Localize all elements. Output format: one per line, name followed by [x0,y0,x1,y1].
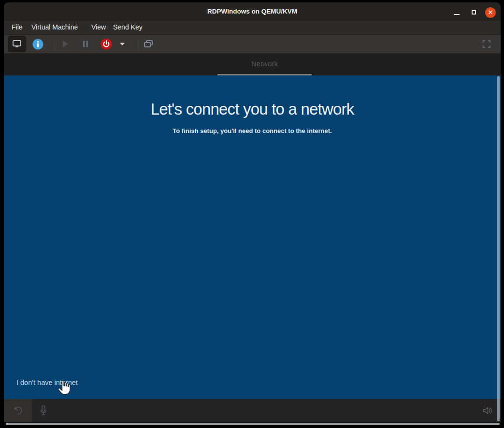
displays-button [139,36,158,52]
console-bottom-gutter [4,422,501,426]
run-button [56,36,74,52]
maximize-icon [472,10,476,15]
menubar: File Virtual Machine View Send Key [4,20,501,35]
ease-of-access-icon [13,406,23,415]
window-title: RDPWindows on QEMU/KVM [4,2,501,20]
fullscreen-icon [482,40,491,48]
volume-button[interactable] [477,399,498,422]
hand-cursor [58,380,71,395]
play-icon [61,40,70,48]
info-icon [32,39,43,50]
microphone-icon [40,405,47,416]
ease-of-access-button[interactable] [4,399,32,422]
power-off-icon [101,38,112,50]
vertical-scrollbar[interactable] [497,76,500,421]
minimize-icon [454,14,460,15]
menu-file[interactable]: File [12,20,23,35]
tab-network-label: Network [217,59,312,68]
chevron-down-icon [119,42,125,46]
menu-send-key[interactable]: Send Key [113,20,143,35]
oobe-subtitle: To finish setup, you'll need to connect … [4,127,501,134]
oobe-heading: Let's connect you to a network [4,100,501,118]
oobe-network-screen: Let's connect you to a network To finish… [4,75,501,399]
pause-button [76,36,95,52]
maximize-button[interactable] [469,7,479,18]
volume-icon [482,406,493,415]
shutdown-menu-button[interactable] [115,36,130,52]
toolbar-separator [138,38,138,50]
console-view-button[interactable] [8,36,26,52]
virt-manager-window: RDPWindows on QEMU/KVM ✕ File Virtual Ma… [4,2,501,426]
titlebar[interactable]: RDPWindows on QEMU/KVM ✕ [4,2,501,20]
pause-icon [82,40,89,48]
close-button[interactable]: ✕ [485,7,496,18]
monitor-console-icon [12,39,22,49]
toolbar-separator [55,38,55,50]
toolbar [4,35,501,53]
fullscreen-button [477,36,496,52]
displays-icon [144,40,153,48]
shutdown-button[interactable] [97,36,115,52]
close-icon: ✕ [485,7,496,18]
horizontal-scrollbar[interactable] [6,423,500,425]
vm-details-button[interactable] [29,36,47,52]
menu-virtual-machine[interactable]: Virtual Machine [31,20,78,35]
menu-view[interactable]: View [91,20,106,35]
minimize-button[interactable] [452,7,462,18]
tab-network[interactable]: Network [217,53,312,75]
microphone-button[interactable] [33,399,54,422]
oobe-footer [4,399,501,422]
oobe-header: Network [4,53,501,75]
